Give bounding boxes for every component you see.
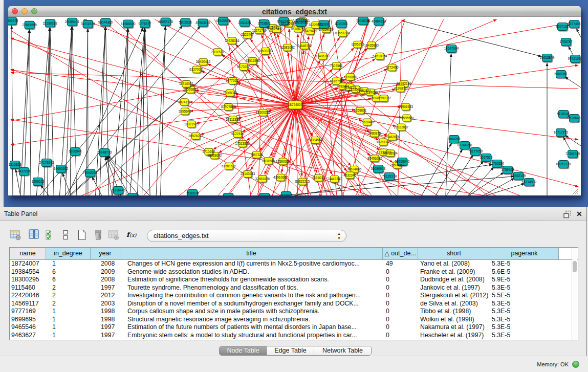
cell-out_degree: 0 xyxy=(383,332,418,340)
network-graph[interactable]: 1872400725901923325955802032283713462676… xyxy=(8,17,581,195)
svg-text:11760534: 11760534 xyxy=(490,162,504,165)
cell-name: 14569117 xyxy=(10,300,46,308)
svg-text:87744290: 87744290 xyxy=(458,143,472,147)
column-header-pagerank[interactable]: pagerank xyxy=(490,248,559,259)
svg-text:9272460: 9272460 xyxy=(386,65,399,69)
tab-node-table[interactable]: Node Table xyxy=(220,346,267,355)
svg-text:26080401: 26080401 xyxy=(65,20,80,24)
table-row[interactable]: 969969511998Structural magnetic resonanc… xyxy=(10,316,573,324)
memory-status-led xyxy=(572,361,579,368)
close-panel-icon[interactable]: ✕ xyxy=(576,209,582,219)
cell-short: Tibbo et al. (1998) xyxy=(418,308,490,316)
select-attributes-icon xyxy=(43,228,57,242)
svg-text:22845695: 22845695 xyxy=(22,23,37,27)
tab-edge-table[interactable]: Edge Table xyxy=(267,346,314,355)
svg-text:5116014: 5116014 xyxy=(312,176,325,180)
table-row[interactable]: 2242004622012Investigating the contribut… xyxy=(10,292,573,300)
svg-text:43910687: 43910687 xyxy=(273,176,288,179)
table-row[interactable]: 946554611997Estimation of the future num… xyxy=(10,323,573,332)
svg-text:1617513: 1617513 xyxy=(480,156,493,159)
svg-text:63651224: 63651224 xyxy=(335,31,350,35)
svg-text:5522407: 5522407 xyxy=(241,33,254,36)
column-header-title[interactable]: title xyxy=(120,248,383,259)
column-header-year[interactable]: year xyxy=(91,248,120,259)
svg-text:6307161: 6307161 xyxy=(556,25,569,28)
cell-name: 9777169 xyxy=(10,308,46,316)
svg-text:86926221: 86926221 xyxy=(188,134,203,138)
table-row[interactable]: 977716911998Corpus callosum shape and si… xyxy=(10,308,573,316)
function-builder-button[interactable]: f(x) xyxy=(125,228,138,243)
cell-title: Estimation of the future numbers of pati… xyxy=(120,323,383,332)
cell-pagerank: 5.3E-5 xyxy=(490,323,559,332)
cell-in_degree: 1 xyxy=(46,316,91,324)
svg-text:4199877: 4199877 xyxy=(394,86,407,90)
svg-text:88633323: 88633323 xyxy=(258,49,273,53)
table-vertical-scrollbar[interactable] xyxy=(572,248,577,340)
table-row[interactable]: 1872400712008Changes of HCN gene express… xyxy=(10,260,573,268)
svg-text:1974300: 1974300 xyxy=(222,195,235,195)
cell-year: 1997 xyxy=(91,284,120,292)
column-header-name[interactable]: name xyxy=(10,248,46,259)
node-table: namein_degreeyeartitle△ out_de...shortpa… xyxy=(9,247,578,340)
delete-column-disabled-button[interactable] xyxy=(107,228,120,243)
svg-text:22180318: 22180318 xyxy=(42,21,57,25)
svg-text:18724007: 18724007 xyxy=(288,103,303,106)
select-attributes-button[interactable] xyxy=(43,228,57,243)
table-settings-button[interactable] xyxy=(9,228,22,243)
dropdown-arrows-icon: ▲▼ xyxy=(337,231,341,240)
new-table-icon xyxy=(75,228,89,242)
cell-name: 18300295 xyxy=(10,276,46,284)
svg-text:1298615: 1298615 xyxy=(32,180,45,183)
network-window[interactable]: citations_edges.txt 18724007259019233259… xyxy=(8,6,581,195)
tab-network-table[interactable]: Network Table xyxy=(314,346,371,355)
svg-text:95044380: 95044380 xyxy=(98,20,113,24)
cell-in_degree: 1 xyxy=(46,332,91,340)
svg-text:8470074: 8470074 xyxy=(280,193,293,195)
new-table-button[interactable] xyxy=(75,228,89,243)
svg-text:74645752: 74645752 xyxy=(297,44,312,48)
svg-text:18300295: 18300295 xyxy=(256,111,271,114)
table-row[interactable]: 1830029562008Estimation of significance … xyxy=(10,276,573,284)
cell-title: Changes of HCN gene expression and I(f) … xyxy=(120,260,383,268)
svg-text:25901923: 25901923 xyxy=(399,105,413,108)
svg-text:17590059: 17590059 xyxy=(276,160,291,163)
column-header-out_degree[interactable]: △ out_de... xyxy=(383,248,418,259)
svg-text:24148733: 24148733 xyxy=(97,150,112,154)
svg-text:71136446: 71136446 xyxy=(111,188,125,192)
table-panel-title: Table Panel xyxy=(4,207,37,221)
cell-short: Hescheler et al. (1997) xyxy=(418,332,490,340)
svg-text:98728924: 98728924 xyxy=(383,151,398,155)
network-window-titlebar[interactable]: citations_edges.txt xyxy=(8,6,581,17)
svg-text:3753820: 3753820 xyxy=(258,21,271,25)
svg-text:61588600: 61588600 xyxy=(121,22,136,26)
svg-text:5802538: 5802538 xyxy=(179,20,192,24)
cell-name: 18724007 xyxy=(10,260,46,268)
table-row[interactable]: 946362711997Embryonic stem cells: a mode… xyxy=(10,332,573,340)
column-header-in_degree[interactable]: in_degree xyxy=(46,248,91,259)
function-builder-icon: f(x) xyxy=(125,228,138,242)
table-type-tabs: Node TableEdge TableNetwork Table xyxy=(219,346,372,356)
column-header-short[interactable]: short xyxy=(418,248,490,259)
svg-text:2377455: 2377455 xyxy=(568,22,581,26)
merge-rows-button[interactable] xyxy=(59,228,72,243)
delete-table-icon xyxy=(92,228,105,242)
svg-text:8323497: 8323497 xyxy=(270,27,283,31)
float-panel-icon[interactable] xyxy=(563,210,572,218)
table-row[interactable]: 1938455462009Genome-wide association stu… xyxy=(10,268,573,276)
table-row[interactable]: 1456911722003Disruption of a novel membe… xyxy=(10,300,573,308)
cell-year: 1997 xyxy=(91,332,120,340)
cell-pagerank: 5.3E-5 xyxy=(490,300,559,308)
svg-text:37659029: 37659029 xyxy=(319,28,334,31)
table-select-dropdown[interactable]: citations_edges.txt ▲▼ xyxy=(147,230,346,242)
cell-name: 9699695 xyxy=(10,316,46,324)
column-visibility-button[interactable] xyxy=(28,228,41,243)
svg-text:70499084: 70499084 xyxy=(257,195,272,195)
network-view-canvas[interactable]: 1872400725901923325955802032283713462676… xyxy=(8,17,581,195)
scrollbar-thumb[interactable] xyxy=(573,261,577,272)
merge-rows-icon xyxy=(59,228,72,242)
table-row[interactable]: 911546021997Tourette syndrome. Phenomeno… xyxy=(10,284,573,292)
delete-table-button[interactable] xyxy=(92,228,105,243)
cell-pagerank: 5.3E-5 xyxy=(490,260,559,268)
table-header: namein_degreeyeartitle△ out_de...shortpa… xyxy=(10,248,578,260)
svg-text:(x): (x) xyxy=(129,232,137,238)
